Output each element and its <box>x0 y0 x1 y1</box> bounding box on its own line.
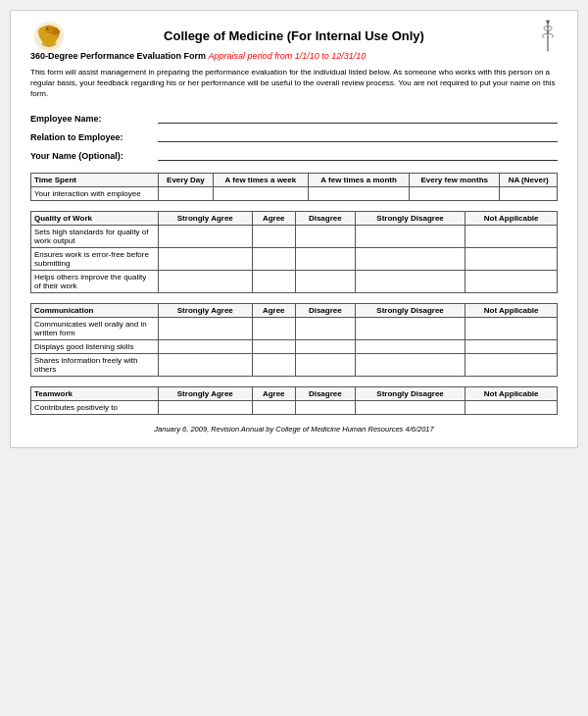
field-line-relation[interactable] <box>158 128 558 142</box>
cell[interactable] <box>410 186 500 200</box>
communication-header: Communication <box>31 303 159 317</box>
row-label: Shares information freely with others <box>31 353 159 376</box>
cell[interactable] <box>252 225 295 247</box>
col-na-never: NA (Never) <box>500 173 558 186</box>
teamwork-header: Teamwork <box>31 386 159 400</box>
col-agree: Agree <box>252 303 295 317</box>
svg-point-5 <box>41 33 56 45</box>
cell[interactable] <box>159 400 253 414</box>
row-label: Ensures work is error-free before submit… <box>31 247 159 270</box>
svg-point-6 <box>47 27 49 29</box>
col-few-week: A few times a week <box>213 173 308 186</box>
col-agree: Agree <box>252 386 295 400</box>
cell[interactable] <box>252 353 295 376</box>
cell[interactable] <box>466 353 558 376</box>
cell[interactable] <box>159 270 253 292</box>
header-title: College of Medicine (For Internal Use On… <box>164 28 424 43</box>
cell[interactable] <box>466 400 558 414</box>
cell[interactable] <box>252 339 295 353</box>
cell[interactable] <box>295 270 355 292</box>
header: College of Medicine (For Internal Use On… <box>30 28 558 43</box>
field-label-employee: Employee Name: <box>30 114 158 124</box>
cell[interactable] <box>466 225 558 247</box>
cell[interactable] <box>159 317 253 339</box>
col-disagree: Disagree <box>295 386 355 400</box>
field-line-employee[interactable] <box>158 110 558 124</box>
row-label: Helps others improve the quality of thei… <box>31 270 159 292</box>
col-disagree: Disagree <box>295 211 355 225</box>
cell[interactable] <box>309 186 410 200</box>
description: This form will assist management in prep… <box>30 67 558 100</box>
cell[interactable] <box>355 270 466 292</box>
col-strongly-disagree: Strongly Disagree <box>355 386 466 400</box>
cell[interactable] <box>295 317 355 339</box>
field-row-relation: Relation to Employee: <box>30 128 558 142</box>
cell[interactable] <box>466 339 558 353</box>
cell[interactable] <box>159 353 253 376</box>
cell[interactable] <box>295 400 355 414</box>
teamwork-table: Teamwork Strongly Agree Agree Disagree S… <box>30 386 558 415</box>
cell[interactable] <box>466 247 558 270</box>
col-not-applicable: Not Applicable <box>466 211 558 225</box>
col-not-applicable: Not Applicable <box>466 303 558 317</box>
field-label-name: Your Name (Optional): <box>30 151 158 161</box>
table-row: Your interaction with employee <box>31 186 558 200</box>
cell[interactable] <box>159 247 253 270</box>
cell[interactable] <box>355 225 466 247</box>
cell[interactable] <box>213 186 308 200</box>
cell[interactable] <box>355 339 466 353</box>
cell[interactable] <box>355 247 466 270</box>
cell[interactable] <box>355 400 466 414</box>
logo-left <box>30 18 68 55</box>
row-label: Contributes positively to <box>31 400 159 414</box>
cell[interactable] <box>355 317 466 339</box>
fields-section: Employee Name: Relation to Employee: You… <box>30 110 558 161</box>
field-row-name: Your Name (Optional): <box>30 147 558 161</box>
field-line-name[interactable] <box>158 147 558 161</box>
col-strongly-disagree: Strongly Disagree <box>355 303 466 317</box>
communication-table: Communication Strongly Agree Agree Disag… <box>30 303 558 377</box>
row-label: Sets high standards for quality of work … <box>31 225 159 247</box>
cell[interactable] <box>252 317 295 339</box>
cell[interactable] <box>252 400 295 414</box>
col-disagree: Disagree <box>295 303 355 317</box>
cell[interactable] <box>159 186 214 200</box>
cell[interactable] <box>295 247 355 270</box>
footer: January 6, 2009, Revision Annual by Coll… <box>30 425 558 434</box>
row-label: Your interaction with employee <box>31 186 159 200</box>
field-label-relation: Relation to Employee: <box>30 132 158 142</box>
cell[interactable] <box>466 317 558 339</box>
cell[interactable] <box>295 353 355 376</box>
table-row: Displays good listening skills <box>31 339 558 353</box>
cell[interactable] <box>355 353 466 376</box>
cell[interactable] <box>159 225 253 247</box>
cell[interactable] <box>252 247 295 270</box>
cell[interactable] <box>252 270 295 292</box>
time-spent-header: Time Spent <box>31 173 159 186</box>
page: College of Medicine (For Internal Use On… <box>10 10 578 448</box>
time-spent-table: Time Spent Every Day A few times a week … <box>30 173 558 201</box>
cell[interactable] <box>295 339 355 353</box>
col-not-applicable: Not Applicable <box>466 386 558 400</box>
form-title: 360-Degree Performance Evaluation Form A… <box>30 51 558 61</box>
quality-work-header: Quality of Work <box>31 211 159 225</box>
table-row: Helps others improve the quality of thei… <box>31 270 558 292</box>
col-few-month: A few times a month <box>309 173 410 186</box>
cell[interactable] <box>159 339 253 353</box>
col-few-months: Every few months <box>410 173 500 186</box>
svg-point-4 <box>45 26 53 33</box>
col-strongly-agree: Strongly Agree <box>159 386 253 400</box>
table-row: Communicates well orally and in written … <box>31 317 558 339</box>
quality-work-table: Quality of Work Strongly Agree Agree Dis… <box>30 211 558 293</box>
logo-right <box>538 18 558 55</box>
cell[interactable] <box>466 270 558 292</box>
cell[interactable] <box>295 225 355 247</box>
col-strongly-agree: Strongly Agree <box>159 303 253 317</box>
col-every-day: Every Day <box>159 173 214 186</box>
col-strongly-disagree: Strongly Disagree <box>355 211 466 225</box>
col-agree: Agree <box>252 211 295 225</box>
table-row: Shares information freely with others <box>31 353 558 376</box>
table-row: Sets high standards for quality of work … <box>31 225 558 247</box>
table-row: Contributes positively to <box>31 400 558 414</box>
cell[interactable] <box>500 186 558 200</box>
